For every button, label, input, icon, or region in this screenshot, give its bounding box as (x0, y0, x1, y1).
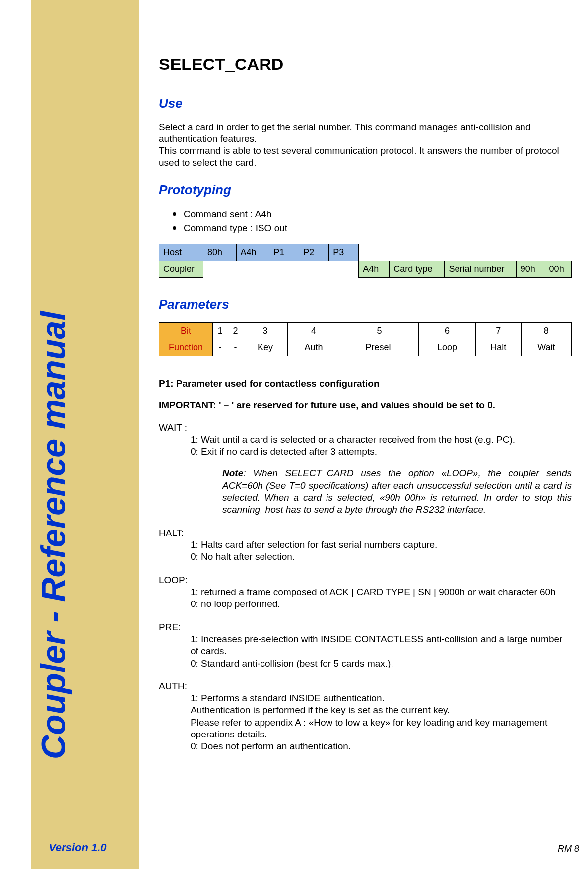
func-6: Loop (419, 339, 475, 356)
proto-resp-a4h: A4h (359, 261, 390, 277)
halt-block: HALT: 1: Halts card after selection for … (159, 527, 572, 563)
note-label: Note (222, 468, 243, 478)
bit-2: 2 (228, 322, 243, 339)
page-title: SELECT_CARD (159, 55, 572, 74)
proto-row-coupler: Coupler A4h Card type Serial number 90h … (159, 261, 572, 277)
parameters-heading: Parameters (159, 297, 572, 312)
func-4: Auth (287, 339, 340, 356)
prototyping-heading: Prototyping (159, 182, 572, 198)
bit-1: 1 (213, 322, 228, 339)
proto-empty (359, 244, 572, 261)
auth-2: Authentication is performed if the key i… (191, 704, 572, 716)
auth-3: Please refer to appendix A : «How to low… (191, 717, 572, 741)
bit-6: 6 (419, 322, 475, 339)
halt-1: 1: Halts card after selection for fast s… (191, 539, 572, 551)
version-label: Version 1.0 (49, 841, 107, 854)
use-text: Select a card in order to get the serial… (159, 121, 572, 169)
func-2: - (228, 339, 243, 356)
proto-bullet-2: Command type : ISO out (173, 221, 572, 236)
param-bit-label: Bit (159, 322, 213, 339)
loop-0: 0: no loop performed. (191, 598, 572, 610)
wait-note: Note: When SELECT_CARD uses the option «… (222, 468, 572, 516)
func-8: Wait (521, 339, 571, 356)
func-1: - (213, 339, 228, 356)
auth-0: 0: Does not perform an authentication. (191, 740, 572, 752)
proto-resp-cardtype: Card type (390, 261, 445, 277)
use-p2: This command is able to test several com… (159, 145, 559, 168)
pre-1: 1: Increases pre-selection with INSIDE C… (191, 633, 572, 658)
proto-cell-p3: P3 (329, 244, 359, 261)
bit-8: 8 (521, 322, 571, 339)
loop-1: 1: returned a frame composed of ACK | CA… (191, 586, 572, 598)
pre-label: PRE: (159, 621, 572, 633)
loop-label: LOOP: (159, 574, 572, 586)
param-row-func: Function - - Key Auth Presel. Loop Halt … (159, 339, 572, 356)
param-func-label: Function (159, 339, 213, 356)
important-note: IMPORTANT: ' – ' are reserved for future… (159, 400, 572, 411)
proto-resp-serial: Serial number (445, 261, 516, 277)
proto-bullet-1: Command sent : A4h (173, 207, 572, 222)
halt-0: 0: No halt after selection. (191, 551, 572, 563)
auth-label: AUTH: (159, 680, 572, 692)
prototyping-table: Host 80h A4h P1 P2 P3 Coupler A4h Card t… (159, 244, 572, 278)
auth-1: 1: Performs a standard INSIDE authentica… (191, 692, 572, 704)
pre-block: PRE: 1: Increases pre-selection with INS… (159, 621, 572, 669)
halt-label: HALT: (159, 527, 572, 539)
prototyping-list: Command sent : A4h Command type : ISO ou… (173, 207, 572, 236)
param-row-bit: Bit 1 2 3 4 5 6 7 8 (159, 322, 572, 339)
pre-0: 0: Standard anti-collision (best for 5 c… (191, 658, 572, 669)
proto-resp-00h: 00h (545, 261, 571, 277)
bit-5: 5 (340, 322, 419, 339)
wait-label: WAIT : (159, 422, 572, 434)
loop-block: LOOP: 1: returned a frame composed of AC… (159, 574, 572, 610)
func-7: Halt (475, 339, 521, 356)
bit-7: 7 (475, 322, 521, 339)
page-number: RM 8 (558, 844, 579, 854)
use-p1: Select a card in order to get the serial… (159, 122, 531, 144)
wait-block: WAIT : 1: Wait until a card is selected … (159, 422, 572, 516)
auth-block: AUTH: 1: Performs a standard INSIDE auth… (159, 680, 572, 753)
proto-cell-p1: P1 (269, 244, 299, 261)
proto-coupler-label: Coupler (159, 261, 203, 277)
proto-row-host: Host 80h A4h P1 P2 P3 (159, 244, 572, 261)
bit-3: 3 (243, 322, 287, 339)
func-5: Presel. (340, 339, 419, 356)
spine-title: Coupler - Reference manual (34, 311, 72, 759)
proto-resp-90h: 90h (516, 261, 545, 277)
proto-host-label: Host (159, 244, 203, 261)
wait-0: 0: Exit if no card is detected after 3 a… (191, 446, 572, 458)
bit-4: 4 (287, 322, 340, 339)
proto-cell-p2: P2 (299, 244, 329, 261)
wait-1: 1: Wait until a card is selected or a ch… (191, 434, 572, 446)
func-3: Key (243, 339, 287, 356)
p1-heading: P1: Parameter used for contactless confi… (159, 378, 572, 389)
parameters-table: Bit 1 2 3 4 5 6 7 8 Function - - Key Aut… (159, 322, 572, 356)
use-heading: Use (159, 96, 572, 111)
proto-cell-80h: 80h (203, 244, 236, 261)
main-content: SELECT_CARD Use Select a card in order t… (159, 55, 572, 753)
proto-empty-span (203, 261, 358, 277)
proto-cell-a4h: A4h (236, 244, 269, 261)
note-text: : When SELECT_CARD uses the option «LOOP… (222, 468, 572, 515)
